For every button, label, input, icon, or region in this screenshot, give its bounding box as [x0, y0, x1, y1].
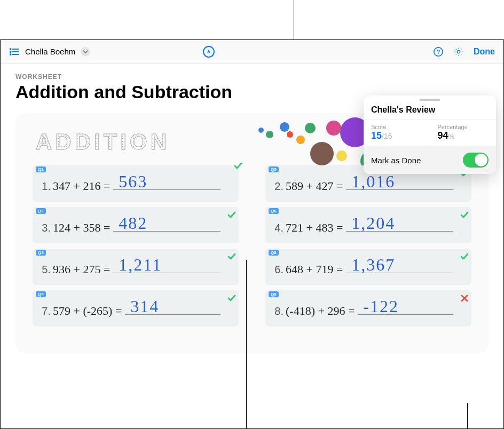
question-tag: Q9	[269, 291, 279, 297]
student-answer: 563	[119, 172, 147, 192]
question-number: 3.	[35, 222, 51, 234]
done-button[interactable]: Done	[474, 47, 495, 57]
answer-line[interactable]: 482	[113, 212, 220, 232]
answer-line[interactable]: 314	[125, 296, 220, 315]
decorative-bubble	[336, 150, 347, 161]
page-label: WORKSHEET	[15, 73, 489, 81]
check-icon[interactable]	[460, 210, 469, 220]
student-answer: 1,211	[119, 255, 162, 275]
score-box[interactable]: Score 15/16	[364, 120, 430, 146]
decorative-bubble	[326, 121, 341, 136]
answer-line[interactable]: 1,367	[346, 254, 453, 273]
question-row[interactable]: Q11. 347 + 216 =563	[33, 165, 239, 202]
question-number: 1.	[35, 180, 51, 193]
question-tag: Q5	[269, 166, 279, 172]
review-panel: Chella's Review Score 15/16 Percentage 9…	[364, 96, 496, 174]
percentage-value: 94	[438, 130, 448, 141]
help-icon[interactable]: ?	[433, 46, 444, 57]
svg-text:?: ?	[437, 48, 440, 54]
question-tag: Q8	[269, 250, 279, 256]
question-prompt: 936 + 275 =	[53, 263, 110, 276]
decorative-bubble	[258, 128, 264, 133]
question-prompt: (-418) + 296 =	[286, 304, 355, 318]
decorative-bubble	[280, 122, 289, 132]
question-row[interactable]: Q47. 579 + (-265) =314	[33, 290, 239, 327]
question-number: 7.	[35, 305, 51, 317]
svg-point-4	[10, 51, 11, 52]
question-prompt: 721 + 483 =	[286, 221, 343, 235]
student-answer: 1,016	[351, 172, 395, 192]
question-tag: Q6	[269, 208, 279, 214]
answer-line[interactable]: 1,204	[346, 212, 453, 232]
question-row[interactable]: Q23. 124 + 358 =482	[33, 207, 239, 243]
decorative-bubble	[305, 123, 316, 133]
gear-icon[interactable]	[453, 46, 464, 57]
markup-icon[interactable]	[203, 46, 215, 58]
student-name[interactable]: Chella Boehm	[25, 47, 75, 56]
decorative-bubble	[310, 142, 334, 165]
student-answer: 482	[119, 213, 147, 233]
student-answer: -122	[363, 297, 399, 316]
question-row[interactable]: Q64. 721 + 483 =1,204	[265, 207, 471, 243]
score-label: Score	[371, 124, 422, 130]
answer-line[interactable]: 1,211	[113, 254, 220, 273]
question-number: 5.	[35, 264, 51, 276]
question-number: 6.	[267, 264, 284, 276]
decorative-bubble	[266, 131, 273, 138]
question-number: 2.	[267, 180, 284, 193]
cross-icon[interactable]	[460, 293, 469, 303]
percentage-label: Percentage	[438, 124, 489, 130]
percentage-box[interactable]: Percentage 94%	[430, 120, 497, 146]
question-number: 4.	[267, 222, 284, 234]
questions-grid: Q11. 347 + 216 =563Q52. 589 + 427 =1,016…	[25, 165, 479, 327]
svg-point-3	[10, 49, 11, 50]
chevron-down-icon[interactable]	[81, 47, 90, 57]
check-icon[interactable]	[227, 210, 237, 220]
question-tag: Q1	[36, 166, 46, 172]
panel-grabber[interactable]	[420, 99, 440, 101]
check-icon[interactable]	[460, 252, 469, 261]
question-prompt: 648 + 719 =	[286, 263, 343, 276]
question-prompt: 347 + 216 =	[53, 179, 110, 193]
check-icon[interactable]	[227, 293, 237, 303]
question-prompt: 124 + 358 =	[53, 221, 110, 235]
question-row[interactable]: Q35. 936 + 275 =1,211	[33, 249, 239, 285]
list-icon[interactable]	[9, 46, 20, 57]
app-frame: Chella Boehm ? Done WORKSHEET Addition a…	[0, 39, 504, 429]
question-row[interactable]: Q86. 648 + 719 =1,367	[265, 249, 471, 285]
toolbar: Chella Boehm ? Done	[1, 40, 503, 63]
mark-done-row: Mark as Done	[364, 146, 496, 174]
question-number: 8.	[267, 305, 284, 317]
content-area: WORKSHEET Addition and Subtraction ADDIT…	[1, 63, 503, 428]
student-answer: 1,204	[351, 213, 395, 233]
answer-line[interactable]: -122	[358, 296, 453, 315]
question-prompt: 589 + 427 =	[286, 179, 343, 193]
check-icon[interactable]	[227, 252, 237, 261]
score-value: 15	[371, 130, 382, 141]
mark-done-toggle[interactable]	[463, 153, 489, 168]
question-tag: Q3	[36, 250, 46, 256]
review-title: Chella's Review	[364, 105, 496, 119]
question-prompt: 579 + (-265) =	[53, 304, 122, 318]
question-row[interactable]: Q98. (-418) + 296 =-122	[265, 290, 471, 327]
check-icon[interactable]	[233, 161, 243, 171]
decorative-bubble	[287, 131, 293, 138]
decorative-bubble	[296, 136, 305, 144]
student-answer: 1,367	[351, 255, 395, 275]
score-total: 16	[384, 132, 392, 140]
answer-line[interactable]: 563	[113, 171, 220, 190]
question-tag: Q2	[36, 208, 46, 214]
mark-done-label: Mark as Done	[371, 156, 421, 165]
student-answer: 314	[130, 297, 159, 316]
question-tag: Q4	[36, 291, 46, 297]
svg-point-5	[10, 54, 11, 55]
